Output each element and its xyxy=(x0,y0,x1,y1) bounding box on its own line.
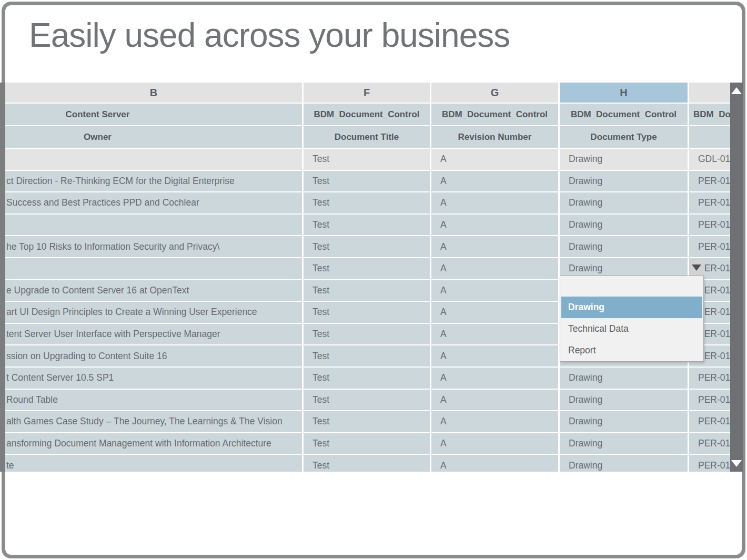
column-letters-row: B F G H xyxy=(5,83,730,103)
slide: Easily used across your business B F G H… xyxy=(0,0,747,560)
cell-document-type[interactable]: Drawing xyxy=(560,149,688,170)
cell-document-title[interactable]: Test xyxy=(304,258,430,279)
group-header-content-server[interactable]: Content Server xyxy=(5,104,302,125)
cell-revision-number[interactable]: A xyxy=(431,455,558,472)
cell-document-type[interactable]: Drawing xyxy=(560,433,688,454)
cell-owner[interactable]: t Content Server 10.5 SP1 xyxy=(5,368,302,389)
cell-revision-number[interactable]: A xyxy=(431,192,558,213)
column-header-h[interactable]: H xyxy=(560,83,688,103)
table-row: ct Direction - Re-Thinking ECM for the D… xyxy=(5,171,730,192)
group-header-bdm-4[interactable]: BDM_Document_Control xyxy=(689,104,730,125)
cell-document-type[interactable]: Drawing xyxy=(560,171,688,192)
cell-document-number[interactable]: PER-01 xyxy=(689,455,730,472)
field-header-revision-number[interactable]: Revision Number xyxy=(431,126,558,148)
document-type-dropdown: Drawing Technical Data Report xyxy=(560,276,704,362)
cell-document-type[interactable]: Drawing xyxy=(560,192,688,213)
cell-owner[interactable]: ct Direction - Re-Thinking ECM for the D… xyxy=(5,171,302,192)
table-row: he Top 10 Risks to Information Security … xyxy=(5,236,730,257)
vertical-scrollbar[interactable] xyxy=(730,83,743,472)
column-header-last[interactable] xyxy=(689,83,730,103)
table-row: teTestADrawingPER-01 xyxy=(5,455,730,472)
cell-revision-number[interactable]: A xyxy=(431,258,558,279)
dropdown-item-report[interactable]: Report xyxy=(560,340,703,361)
table-row: ansforming Document Management with Info… xyxy=(5,433,730,454)
cell-document-number[interactable]: PER-01 xyxy=(689,368,730,389)
cell-revision-number[interactable]: A xyxy=(431,345,558,366)
cell-owner[interactable]: Round Table xyxy=(5,390,302,411)
cell-document-number[interactable]: PER-01 xyxy=(689,433,730,454)
cell-document-number[interactable]: PER-01 xyxy=(689,236,730,257)
cell-owner[interactable] xyxy=(5,215,302,236)
cell-owner[interactable] xyxy=(5,149,302,170)
cell-owner[interactable]: Success and Best Practices PPD and Cochl… xyxy=(5,192,302,213)
cell-document-title[interactable]: Test xyxy=(304,215,430,236)
cell-document-title[interactable]: Test xyxy=(304,455,430,472)
scroll-up-icon[interactable] xyxy=(731,87,742,94)
group-header-bdm-1[interactable]: BDM_Document_Control xyxy=(304,104,430,125)
dropdown-item-blank[interactable] xyxy=(560,276,703,297)
dropdown-item-drawing[interactable]: Drawing xyxy=(561,297,702,318)
cell-document-title[interactable]: Test xyxy=(304,192,430,213)
cell-document-number[interactable]: PER-01 xyxy=(689,215,730,236)
left-edge-strip xyxy=(0,83,5,472)
cell-document-title[interactable]: Test xyxy=(304,236,430,257)
table-row: Success and Best Practices PPD and Cochl… xyxy=(5,192,730,213)
cell-document-type[interactable]: Drawing xyxy=(560,411,688,432)
cell-document-type[interactable]: Drawing xyxy=(560,215,688,236)
cell-document-title[interactable]: Test xyxy=(304,433,430,454)
cell-document-type[interactable]: Drawing xyxy=(560,455,688,472)
column-header-g[interactable]: G xyxy=(431,83,558,103)
cell-document-title[interactable]: Test xyxy=(304,368,430,389)
cell-document-title[interactable]: Test xyxy=(304,345,430,366)
cell-revision-number[interactable]: A xyxy=(431,302,558,323)
cell-revision-number[interactable]: A xyxy=(431,433,558,454)
cell-document-number[interactable]: PER-01 xyxy=(689,411,730,432)
cell-revision-number[interactable]: A xyxy=(431,215,558,236)
cell-document-type[interactable]: Drawing xyxy=(560,390,688,411)
cell-document-title[interactable]: Test xyxy=(304,280,430,301)
cell-revision-number[interactable]: A xyxy=(431,171,558,192)
field-header-row: Owner Document Title Revision Number Doc… xyxy=(5,126,730,148)
scroll-down-icon[interactable] xyxy=(731,460,742,467)
cell-owner[interactable]: he Top 10 Risks to Information Security … xyxy=(5,236,302,257)
field-header-document-type[interactable]: Document Type xyxy=(560,126,688,148)
cell-document-title[interactable]: Test xyxy=(304,302,430,323)
cell-document-title[interactable]: Test xyxy=(304,171,430,192)
cell-owner[interactable] xyxy=(5,258,302,279)
cell-document-title[interactable]: Test xyxy=(304,390,430,411)
cell-owner[interactable]: te xyxy=(5,455,302,472)
column-header-f[interactable]: F xyxy=(304,83,430,103)
cell-owner[interactable]: ssion on Upgrading to Content Suite 16 xyxy=(5,345,302,366)
cell-document-type[interactable]: Drawing xyxy=(560,236,688,257)
dropdown-arrow-button[interactable] xyxy=(689,259,704,276)
cell-revision-number[interactable]: A xyxy=(431,149,558,170)
cell-document-number[interactable]: PER-01 xyxy=(689,390,730,411)
cell-revision-number[interactable]: A xyxy=(431,236,558,257)
column-header-b[interactable]: B xyxy=(5,83,302,103)
cell-document-title[interactable]: Test xyxy=(304,324,430,345)
dropdown-item-technical-data[interactable]: Technical Data xyxy=(560,318,703,340)
cell-owner[interactable]: alth Games Case Study – The Journey, The… xyxy=(5,411,302,432)
cell-document-number[interactable]: PER-01 xyxy=(689,192,730,213)
cell-revision-number[interactable]: A xyxy=(431,411,558,432)
page-title: Easily used across your business xyxy=(29,16,510,55)
cell-revision-number[interactable]: A xyxy=(431,324,558,345)
cell-revision-number[interactable]: A xyxy=(431,368,558,389)
cell-document-number[interactable]: GDL-01 xyxy=(689,149,730,170)
cell-owner[interactable]: e Upgrade to Content Server 16 at OpenTe… xyxy=(5,280,302,301)
cell-document-type[interactable]: Drawing xyxy=(560,368,688,389)
field-header-owner[interactable]: Owner xyxy=(5,126,302,148)
cell-owner[interactable]: ansforming Document Management with Info… xyxy=(5,433,302,454)
cell-owner[interactable]: art UI Design Principles to Create a Win… xyxy=(5,302,302,323)
cell-revision-number[interactable]: A xyxy=(431,280,558,301)
cell-owner[interactable]: tent Server User Interface with Perspect… xyxy=(5,324,302,345)
group-header-bdm-2[interactable]: BDM_Document_Control xyxy=(431,104,558,125)
group-header-bdm-3[interactable]: BDM_Document_Control xyxy=(560,104,688,125)
cell-document-title[interactable]: Test xyxy=(304,411,430,432)
cell-document-title[interactable]: Test xyxy=(304,149,430,170)
field-header-document-title[interactable]: Document Title xyxy=(304,126,430,148)
table-row: TestADrawingGDL-01 xyxy=(5,149,730,170)
cell-revision-number[interactable]: A xyxy=(431,390,558,411)
cell-document-number[interactable]: PER-01 xyxy=(689,171,730,192)
field-header-last[interactable] xyxy=(689,126,730,148)
